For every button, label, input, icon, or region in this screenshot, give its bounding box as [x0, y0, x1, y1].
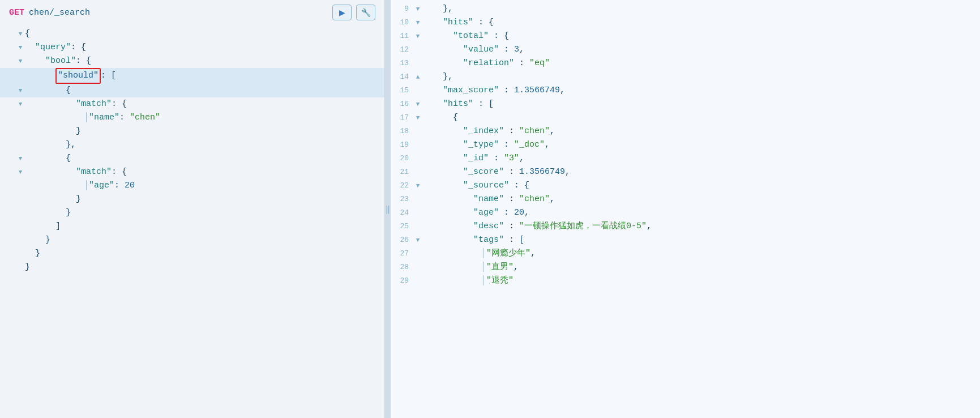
line-number: 28 — [391, 261, 413, 274]
fold-arrow[interactable]: ▼ — [413, 2, 422, 16]
code-content: { — [25, 84, 384, 97]
right-line: 10 ▼ "hits" : { — [391, 16, 980, 29]
run-button[interactable]: ▶ — [332, 5, 352, 20]
code-content: "query": { — [25, 41, 384, 54]
line-content: "_id" : "3", — [422, 152, 980, 165]
line-number: 12 — [391, 43, 413, 57]
code-line: } — [0, 261, 384, 274]
line-number: 22 — [391, 179, 413, 193]
right-panel: 9 ▼ }, 10 ▼ "hits" : { 11 ▼ "total" : { … — [391, 0, 980, 418]
code-line: } — [0, 247, 384, 261]
line-content: "_source" : { — [422, 179, 980, 193]
response-viewer[interactable]: 9 ▼ }, 10 ▼ "hits" : { 11 ▼ "total" : { … — [391, 0, 980, 418]
code-line: } — [0, 206, 384, 220]
right-line: 12 "value" : 3, — [391, 43, 980, 57]
method-url: GET chen/_search — [9, 8, 90, 18]
fold-arrow[interactable]: ▼ — [16, 165, 25, 179]
line-number: 10 — [391, 16, 413, 29]
fold-arrow[interactable]: ▼ — [413, 16, 422, 29]
code-line: ▼ "bool": { — [0, 54, 384, 68]
right-line: 28 "直男", — [391, 261, 980, 274]
fold-arrow[interactable]: ▼ — [16, 84, 25, 97]
line-number: 19 — [391, 138, 413, 152]
right-line: 17 ▼ { — [391, 111, 980, 125]
line-content: "relation" : "eq" — [422, 57, 980, 70]
line-content: "age" : 20, — [422, 206, 980, 220]
fold-arrow[interactable]: ▼ — [16, 41, 25, 54]
line-content: "hits" : [ — [422, 97, 980, 111]
line-number: 14 — [391, 70, 413, 84]
query-editor[interactable]: ▼ { ▼ "query": { ▼ "bool": { "should": [… — [0, 25, 384, 418]
code-content: } — [25, 206, 384, 220]
code-content: "match": { — [25, 165, 384, 179]
line-number: 17 — [391, 111, 413, 125]
request-url[interactable]: chen/_search — [29, 8, 90, 18]
divider-icon: ‖ — [386, 204, 390, 214]
line-content: "_index" : "chen", — [422, 125, 980, 138]
fold-arrow[interactable]: ▲ — [413, 70, 422, 84]
fold-arrow[interactable]: ▼ — [16, 97, 25, 111]
right-line: 9 ▼ }, — [391, 2, 980, 16]
line-content: }, — [422, 70, 980, 84]
line-content: { — [422, 111, 980, 125]
fold-arrow[interactable]: ▼ — [413, 179, 422, 193]
line-number: 29 — [391, 274, 413, 288]
code-line: "name": "chen" — [0, 111, 384, 125]
code-line: } — [0, 233, 384, 247]
code-content: "age": 20 — [25, 179, 384, 193]
code-content: } — [25, 125, 384, 138]
code-content: ] — [25, 220, 384, 233]
code-line: ] — [0, 220, 384, 233]
wrench-button[interactable]: 🔧 — [356, 5, 375, 20]
right-line: 14 ▲ }, — [391, 70, 980, 84]
code-content: } — [25, 247, 384, 261]
line-number: 9 — [391, 2, 413, 16]
right-line: 26 ▼ "tags" : [ — [391, 233, 980, 247]
code-content: { — [25, 27, 384, 41]
line-content: "hits" : { — [422, 16, 980, 29]
fold-arrow[interactable]: ▼ — [413, 111, 422, 125]
toolbar-icons: ▶ 🔧 — [332, 5, 375, 20]
line-content: "value" : 3, — [422, 43, 980, 57]
code-content: { — [25, 152, 384, 165]
line-number: 21 — [391, 165, 413, 179]
code-line: ▼ "query": { — [0, 41, 384, 54]
code-content: "should": [ — [25, 68, 384, 84]
fold-arrow[interactable]: ▼ — [413, 233, 422, 247]
fold-arrow[interactable]: ▼ — [413, 29, 422, 43]
right-line: 22 ▼ "_source" : { — [391, 179, 980, 193]
line-content: "name" : "chen", — [422, 193, 980, 206]
line-number: 24 — [391, 206, 413, 220]
code-content: } — [25, 193, 384, 206]
right-line: 11 ▼ "total" : { — [391, 29, 980, 43]
code-content: } — [25, 261, 384, 274]
right-line: 13 "relation" : "eq" — [391, 57, 980, 70]
line-number: 15 — [391, 84, 413, 97]
right-line: 25 "desc" : "一顿操作猛如虎，一看战绩0-5", — [391, 220, 980, 233]
code-line: ▼ { — [0, 27, 384, 41]
line-number: 20 — [391, 152, 413, 165]
code-content: "bool": { — [25, 54, 384, 68]
line-content: }, — [422, 2, 980, 16]
fold-arrow[interactable]: ▼ — [16, 27, 25, 41]
http-method: GET — [9, 8, 24, 18]
line-number: 27 — [391, 247, 413, 261]
code-line: } — [0, 125, 384, 138]
fold-arrow[interactable]: ▼ — [16, 152, 25, 165]
code-line: ▼ { — [0, 152, 384, 165]
line-number: 25 — [391, 220, 413, 233]
line-content: "max_score" : 1.3566749, — [422, 84, 980, 97]
line-number: 13 — [391, 57, 413, 70]
right-line: 27 "网瘾少年", — [391, 247, 980, 261]
line-content: "网瘾少年", — [422, 247, 980, 261]
run-icon: ▶ — [339, 8, 345, 17]
code-content: "name": "chen" — [25, 111, 384, 125]
left-panel: GET chen/_search ▶ 🔧 ▼ { ▼ "query": { — [0, 0, 385, 418]
panel-divider[interactable]: ‖ — [385, 0, 391, 418]
right-line: 29 "退秃" — [391, 274, 980, 288]
fold-arrow[interactable]: ▼ — [16, 54, 25, 68]
line-content: "退秃" — [422, 274, 980, 288]
line-content: "tags" : [ — [422, 233, 980, 247]
fold-arrow[interactable]: ▼ — [413, 97, 422, 111]
right-line: 20 "_id" : "3", — [391, 152, 980, 165]
